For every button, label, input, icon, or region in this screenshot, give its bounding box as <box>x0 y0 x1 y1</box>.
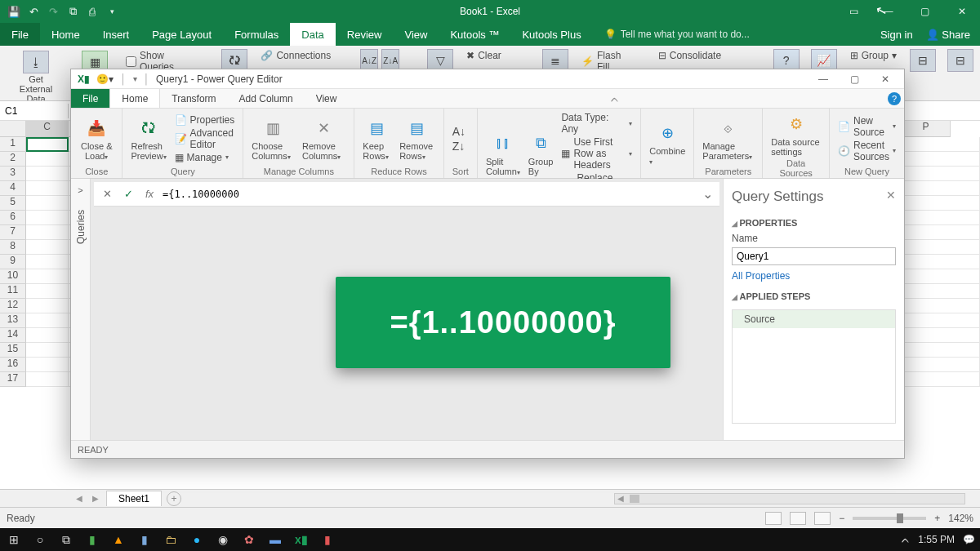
consolidate-button[interactable]: ⊟ Consolidate <box>657 49 723 62</box>
remove-columns-button[interactable]: ✕Remove Columns▾ <box>302 116 345 161</box>
scroll-left-icon[interactable]: ◀ <box>615 494 626 503</box>
row-header[interactable]: 1 <box>0 137 26 152</box>
all-properties-link[interactable]: All Properties <box>732 265 896 287</box>
page-layout-view-icon[interactable] <box>790 512 806 525</box>
tray-chevron-icon[interactable]: ᨈ <box>902 534 910 545</box>
pq-maximize-button[interactable]: ▢ <box>842 73 866 85</box>
row-header[interactable]: 13 <box>0 313 26 328</box>
sheet-nav-prev-icon[interactable]: ◀ <box>74 494 85 503</box>
new-source-button[interactable]: 📄New Source▾ <box>838 115 896 138</box>
cell[interactable] <box>26 152 69 167</box>
formula-cancel-button[interactable]: ✕ <box>99 188 115 200</box>
cell[interactable] <box>26 299 69 313</box>
sign-in-link[interactable]: Sign in <box>880 29 913 41</box>
taskbar-app-icon[interactable]: ● <box>188 531 206 549</box>
taskbar-app-icon[interactable]: ▮ <box>136 531 154 549</box>
horizontal-scrollbar[interactable]: ◀ <box>614 493 965 504</box>
zoom-thumb[interactable] <box>897 513 903 523</box>
tab-view[interactable]: View <box>393 23 439 46</box>
row-header[interactable]: 8 <box>0 240 26 255</box>
cell[interactable] <box>26 137 69 152</box>
qat-dropdown-icon[interactable]: ▾ <box>105 4 119 19</box>
clock[interactable]: 1:55 PM <box>918 534 955 545</box>
taskbar-app-icon[interactable]: ▲ <box>109 531 127 549</box>
select-all-button[interactable] <box>0 121 26 137</box>
notifications-icon[interactable]: 💬 <box>963 534 975 545</box>
data-source-settings-button[interactable]: ⚙Data source settings <box>771 112 821 157</box>
subtotal-icon[interactable]: ⊟ <box>910 49 936 72</box>
qat-icon[interactable]: ⎙ <box>85 4 100 19</box>
tab-data[interactable]: Data <box>290 23 335 46</box>
data-type-dropdown[interactable]: Data Type: Any▾ <box>561 112 632 135</box>
sort-desc-icon[interactable]: Z↓ <box>452 140 466 153</box>
properties-section-header[interactable]: PROPERTIES <box>732 213 896 233</box>
row-header[interactable]: 12 <box>0 299 26 313</box>
minimize-button[interactable]: — <box>870 0 906 23</box>
refresh-preview-button[interactable]: 🗘Refresh Preview▾ <box>131 116 166 161</box>
tab-formulas[interactable]: Formulas <box>223 23 290 46</box>
pq-tab-transform[interactable]: Transform <box>160 89 227 108</box>
group-button[interactable]: ⊞ Group ▾ <box>849 49 898 62</box>
manage-button[interactable]: ▦Manage▾ <box>175 152 235 163</box>
tab-file[interactable]: File <box>0 23 40 46</box>
row-header[interactable]: 7 <box>0 225 26 240</box>
pq-collapse-ribbon-icon[interactable]: ᨈ <box>605 89 625 108</box>
get-external-data-icon[interactable]: ⭳ <box>23 51 49 73</box>
close-load-button[interactable]: 📥 Close & Load▾ <box>79 116 114 161</box>
sort-asc-icon[interactable]: A↓ <box>452 125 466 138</box>
advanced-editor-button[interactable]: 📝Advanced Editor <box>175 127 235 150</box>
task-view-icon[interactable]: ⧉ <box>57 531 75 549</box>
group-by-button[interactable]: ⧉Group By <box>528 131 554 176</box>
col-header[interactable]: C <box>26 121 69 137</box>
row-header[interactable]: 3 <box>0 167 26 181</box>
row-header[interactable]: 9 <box>0 255 26 269</box>
remove-rows-button[interactable]: ▤Remove Rows▾ <box>399 116 435 161</box>
first-row-headers-button[interactable]: ▦Use First Row as Headers▾ <box>561 136 632 171</box>
tab-insert[interactable]: Insert <box>91 23 141 46</box>
excel-taskbar-icon[interactable]: x▮ <box>292 531 310 549</box>
row-header[interactable]: 6 <box>0 211 26 225</box>
cell[interactable] <box>26 225 69 240</box>
formula-dropdown-icon[interactable]: ⌄ <box>700 186 715 202</box>
save-icon[interactable]: 💾 <box>7 4 21 19</box>
cell[interactable] <box>26 343 69 358</box>
combine-button[interactable]: ⊕Combine▾ <box>649 121 685 166</box>
cell[interactable] <box>26 358 69 372</box>
undo-icon[interactable]: ↶ <box>26 4 41 19</box>
taskbar-app-icon[interactable]: ▬ <box>266 531 284 549</box>
properties-button[interactable]: 📄Properties <box>175 114 235 126</box>
pq-tab-view[interactable]: View <box>305 89 349 108</box>
col-header[interactable]: P <box>902 121 951 137</box>
restore-button[interactable]: ▢ <box>906 0 943 23</box>
query-name-input[interactable] <box>732 247 896 265</box>
close-button[interactable]: ✕ <box>943 0 980 23</box>
pq-tab-file[interactable]: File <box>71 89 109 108</box>
tab-page-layout[interactable]: Page Layout <box>140 23 223 46</box>
cell[interactable] <box>26 284 69 299</box>
outline-icon[interactable]: ⊟ <box>947 49 973 72</box>
pq-qat-dropdown-icon[interactable]: ▾ <box>133 74 137 83</box>
tab-home[interactable]: Home <box>40 23 91 46</box>
cell[interactable] <box>26 181 69 196</box>
tab-kutools[interactable]: Kutools ™ <box>439 23 510 46</box>
row-header[interactable]: 11 <box>0 284 26 299</box>
cell[interactable] <box>26 240 69 255</box>
tab-review[interactable]: Review <box>336 23 394 46</box>
pq-minimize-button[interactable]: — <box>811 73 835 85</box>
row-header[interactable]: 17 <box>0 372 26 387</box>
split-column-button[interactable]: ⫿⫿Split Column▾ <box>486 131 520 176</box>
pq-tab-home[interactable]: Home <box>109 89 160 108</box>
expand-queries-icon[interactable]: > <box>78 185 82 195</box>
zoom-out-button[interactable]: − <box>839 513 844 524</box>
clear-button[interactable]: ✖ Clear <box>465 49 503 62</box>
sheet-tab[interactable]: Sheet1 <box>106 491 162 506</box>
add-sheet-button[interactable]: + <box>167 491 181 506</box>
cell[interactable] <box>26 372 69 387</box>
pq-close-button[interactable]: ✕ <box>873 73 898 85</box>
connections-button[interactable]: 🔗 Connections <box>259 49 332 62</box>
share-button[interactable]: 👤 Share <box>926 29 970 41</box>
normal-view-icon[interactable] <box>765 512 782 525</box>
row-header[interactable]: 2 <box>0 152 26 167</box>
show-queries-checkbox[interactable] <box>126 56 136 67</box>
cell[interactable] <box>26 211 69 225</box>
